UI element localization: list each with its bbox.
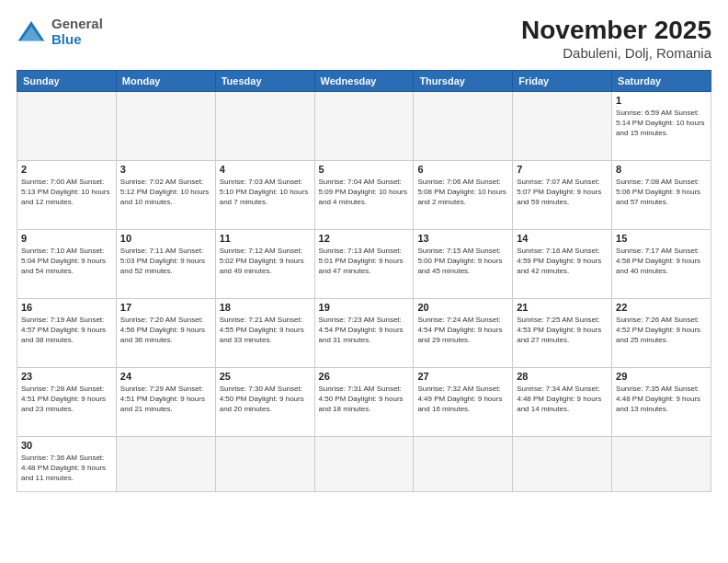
calendar-cell: 22Sunrise: 7:26 AM Sunset: 4:52 PM Dayli…: [612, 298, 711, 367]
title-area: November 2025 Dabuleni, Dolj, Romania: [521, 17, 711, 61]
day-number: 24: [120, 371, 211, 382]
day-info: Sunrise: 7:32 AM Sunset: 4:49 PM Dayligh…: [417, 384, 508, 415]
calendar-header-row: Sunday Monday Tuesday Wednesday Thursday…: [17, 70, 711, 91]
day-info: Sunrise: 7:21 AM Sunset: 4:55 PM Dayligh…: [220, 315, 311, 346]
day-number: 9: [21, 233, 112, 244]
day-info: Sunrise: 7:06 AM Sunset: 5:08 PM Dayligh…: [417, 177, 508, 208]
header: General Blue November 2025 Dabuleni, Dol…: [17, 17, 711, 61]
logo-icon: [17, 17, 46, 47]
calendar-body: 1Sunrise: 6:59 AM Sunset: 5:14 PM Daylig…: [17, 91, 711, 491]
calendar-cell: [513, 91, 612, 160]
calendar-cell: 30Sunrise: 7:36 AM Sunset: 4:48 PM Dayli…: [17, 436, 117, 491]
th-tuesday: Tuesday: [215, 70, 314, 91]
day-number: 27: [417, 371, 508, 382]
day-number: 15: [616, 233, 707, 244]
day-number: 12: [319, 233, 410, 244]
day-info: Sunrise: 7:03 AM Sunset: 5:10 PM Dayligh…: [220, 177, 311, 208]
calendar-cell: [414, 91, 513, 160]
day-info: Sunrise: 7:26 AM Sunset: 4:52 PM Dayligh…: [616, 315, 707, 346]
th-sunday: Sunday: [17, 70, 117, 91]
calendar-table: Sunday Monday Tuesday Wednesday Thursday…: [17, 70, 711, 492]
day-number: 21: [517, 302, 608, 313]
logo-text: General Blue: [51, 17, 103, 47]
day-number: 30: [21, 440, 112, 451]
day-info: Sunrise: 6:59 AM Sunset: 5:14 PM Dayligh…: [616, 108, 707, 139]
day-number: 23: [21, 371, 112, 382]
day-info: Sunrise: 7:30 AM Sunset: 4:50 PM Dayligh…: [220, 384, 311, 415]
day-number: 22: [616, 302, 707, 313]
calendar-cell: 15Sunrise: 7:17 AM Sunset: 4:58 PM Dayli…: [612, 229, 711, 298]
calendar-cell: [414, 436, 513, 491]
day-number: 5: [319, 164, 410, 175]
calendar-cell: 9Sunrise: 7:10 AM Sunset: 5:04 PM Daylig…: [17, 229, 117, 298]
calendar-cell: 18Sunrise: 7:21 AM Sunset: 4:55 PM Dayli…: [215, 298, 314, 367]
day-number: 8: [616, 164, 707, 175]
calendar-cell: 4Sunrise: 7:03 AM Sunset: 5:10 PM Daylig…: [215, 160, 314, 229]
day-number: 16: [21, 302, 112, 313]
th-saturday: Saturday: [612, 70, 711, 91]
day-info: Sunrise: 7:36 AM Sunset: 4:48 PM Dayligh…: [21, 453, 112, 484]
calendar-cell: [314, 436, 414, 491]
day-info: Sunrise: 7:02 AM Sunset: 5:12 PM Dayligh…: [120, 177, 211, 208]
calendar-cell: 8Sunrise: 7:08 AM Sunset: 5:06 PM Daylig…: [612, 160, 711, 229]
calendar-cell: 2Sunrise: 7:00 AM Sunset: 5:13 PM Daylig…: [17, 160, 117, 229]
day-info: Sunrise: 7:19 AM Sunset: 4:57 PM Dayligh…: [21, 315, 112, 346]
calendar-cell: 28Sunrise: 7:34 AM Sunset: 4:48 PM Dayli…: [513, 367, 612, 436]
day-number: 6: [417, 164, 508, 175]
day-info: Sunrise: 7:35 AM Sunset: 4:48 PM Dayligh…: [616, 384, 707, 415]
calendar-cell: 3Sunrise: 7:02 AM Sunset: 5:12 PM Daylig…: [116, 160, 215, 229]
day-number: 17: [120, 302, 211, 313]
calendar-cell: [17, 91, 117, 160]
calendar-cell: [215, 91, 314, 160]
calendar-cell: 27Sunrise: 7:32 AM Sunset: 4:49 PM Dayli…: [414, 367, 513, 436]
calendar-cell: [612, 436, 711, 491]
day-info: Sunrise: 7:29 AM Sunset: 4:51 PM Dayligh…: [120, 384, 211, 415]
calendar-cell: 12Sunrise: 7:13 AM Sunset: 5:01 PM Dayli…: [314, 229, 414, 298]
day-info: Sunrise: 7:23 AM Sunset: 4:54 PM Dayligh…: [319, 315, 410, 346]
calendar-cell: 11Sunrise: 7:12 AM Sunset: 5:02 PM Dayli…: [215, 229, 314, 298]
calendar-subtitle: Dabuleni, Dolj, Romania: [521, 45, 711, 61]
logo: General Blue: [17, 17, 103, 47]
day-info: Sunrise: 7:28 AM Sunset: 4:51 PM Dayligh…: [21, 384, 112, 415]
calendar-cell: 6Sunrise: 7:06 AM Sunset: 5:08 PM Daylig…: [414, 160, 513, 229]
day-number: 4: [220, 164, 311, 175]
day-info: Sunrise: 7:25 AM Sunset: 4:53 PM Dayligh…: [517, 315, 608, 346]
calendar-title: November 2025: [521, 17, 711, 45]
day-info: Sunrise: 7:31 AM Sunset: 4:50 PM Dayligh…: [319, 384, 410, 415]
calendar-cell: 21Sunrise: 7:25 AM Sunset: 4:53 PM Dayli…: [513, 298, 612, 367]
calendar-cell: [116, 91, 215, 160]
day-number: 19: [319, 302, 410, 313]
calendar-cell: 20Sunrise: 7:24 AM Sunset: 4:54 PM Dayli…: [414, 298, 513, 367]
day-number: 18: [220, 302, 311, 313]
day-info: Sunrise: 7:34 AM Sunset: 4:48 PM Dayligh…: [517, 384, 608, 415]
th-monday: Monday: [116, 70, 215, 91]
day-number: 28: [517, 371, 608, 382]
day-info: Sunrise: 7:15 AM Sunset: 5:00 PM Dayligh…: [417, 246, 508, 277]
th-wednesday: Wednesday: [314, 70, 414, 91]
calendar-cell: 19Sunrise: 7:23 AM Sunset: 4:54 PM Dayli…: [314, 298, 414, 367]
day-number: 29: [616, 371, 707, 382]
day-info: Sunrise: 7:11 AM Sunset: 5:03 PM Dayligh…: [120, 246, 211, 277]
calendar-cell: 1Sunrise: 6:59 AM Sunset: 5:14 PM Daylig…: [612, 91, 711, 160]
day-info: Sunrise: 7:08 AM Sunset: 5:06 PM Dayligh…: [616, 177, 707, 208]
day-info: Sunrise: 7:00 AM Sunset: 5:13 PM Dayligh…: [21, 177, 112, 208]
day-info: Sunrise: 7:24 AM Sunset: 4:54 PM Dayligh…: [417, 315, 508, 346]
calendar-cell: 17Sunrise: 7:20 AM Sunset: 4:56 PM Dayli…: [116, 298, 215, 367]
calendar-cell: 29Sunrise: 7:35 AM Sunset: 4:48 PM Dayli…: [612, 367, 711, 436]
day-number: 10: [120, 233, 211, 244]
logo-general: General: [51, 17, 103, 32]
day-number: 14: [517, 233, 608, 244]
calendar-cell: [314, 91, 414, 160]
day-info: Sunrise: 7:17 AM Sunset: 4:58 PM Dayligh…: [616, 246, 707, 277]
day-number: 3: [120, 164, 211, 175]
calendar-cell: 26Sunrise: 7:31 AM Sunset: 4:50 PM Dayli…: [314, 367, 414, 436]
logo-blue: Blue: [51, 32, 103, 48]
calendar-cell: 5Sunrise: 7:04 AM Sunset: 5:09 PM Daylig…: [314, 160, 414, 229]
calendar-cell: 25Sunrise: 7:30 AM Sunset: 4:50 PM Dayli…: [215, 367, 314, 436]
day-info: Sunrise: 7:20 AM Sunset: 4:56 PM Dayligh…: [120, 315, 211, 346]
day-info: Sunrise: 7:12 AM Sunset: 5:02 PM Dayligh…: [220, 246, 311, 277]
calendar-cell: [513, 436, 612, 491]
day-number: 20: [417, 302, 508, 313]
calendar-cell: 7Sunrise: 7:07 AM Sunset: 5:07 PM Daylig…: [513, 160, 612, 229]
day-number: 13: [417, 233, 508, 244]
